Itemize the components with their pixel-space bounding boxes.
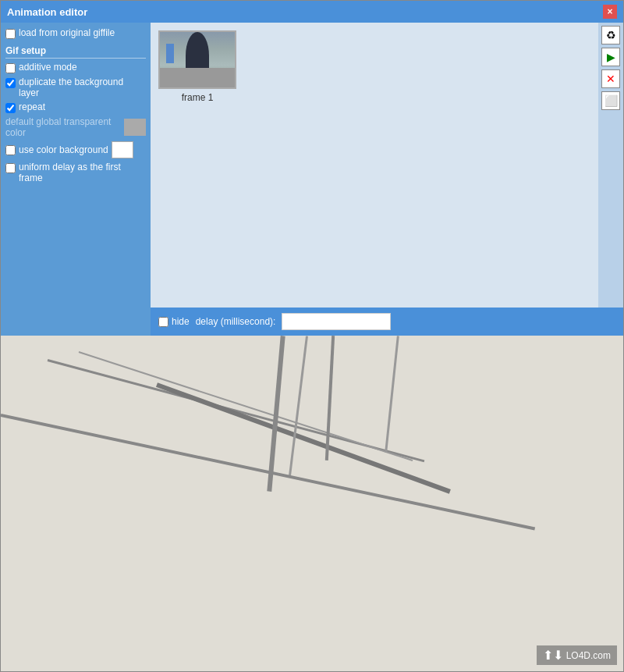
load-from-row: load from original giffile	[5, 27, 146, 39]
transparent-color-label: default global transparent color	[5, 116, 119, 138]
preview-area: ⬆⬇ LO4D.com	[1, 336, 623, 671]
animation-editor-window: Animation editor × load from original gi…	[0, 0, 624, 672]
hide-label: hide	[172, 316, 190, 327]
close-button[interactable]: ×	[603, 5, 617, 19]
duplicate-bg-label: duplicate the background layer	[19, 76, 146, 98]
frame-thumbnail[interactable]	[158, 30, 236, 89]
uniform-delay-label: uniform delay as the first frame	[19, 162, 146, 183]
repeat-checkbox[interactable]	[5, 103, 16, 113]
duplicate-bg-checkbox[interactable]	[5, 78, 16, 88]
center-area: frame 1 ♻ ▶ ✕ ⬜ hide delay (millisecond)…	[151, 23, 623, 336]
use-color-bg-label: use color background	[19, 144, 108, 155]
repeat-label: repeat	[19, 101, 45, 112]
transparent-color-row: default global transparent color	[5, 116, 146, 138]
duplicate-bg-row: duplicate the background layer	[5, 76, 146, 98]
load-from-label: load from original giffile	[19, 27, 115, 38]
frames-area: frame 1	[151, 23, 598, 308]
uniform-delay-row: uniform delay as the first frame	[5, 162, 146, 183]
play-button[interactable]: ▶	[601, 48, 620, 66]
color-bg-swatch[interactable]	[112, 141, 133, 158]
frame-item: frame 1	[158, 30, 236, 103]
additive-mode-checkbox[interactable]	[5, 63, 16, 73]
main-area: load from original giffile Gif setup add…	[1, 23, 623, 336]
frame-label: frame 1	[182, 92, 214, 103]
title-bar: Animation editor ×	[1, 1, 623, 23]
uniform-delay-checkbox[interactable]	[5, 163, 16, 173]
additive-mode-row: additive mode	[5, 62, 146, 73]
hide-row: hide	[158, 316, 190, 327]
delete-button[interactable]: ✕	[601, 69, 620, 88]
delay-label: delay (millisecond):	[196, 316, 276, 327]
bottom-bar: hide delay (millisecond):	[151, 308, 623, 336]
refresh-button[interactable]: ♻	[601, 26, 620, 44]
frame-button[interactable]: ⬜	[601, 91, 620, 110]
use-color-bg-checkbox[interactable]	[5, 145, 16, 155]
transparent-color-swatch[interactable]	[124, 119, 146, 136]
right-toolbar: ♻ ▶ ✕ ⬜	[598, 23, 623, 308]
watermark: ⬆⬇ LO4D.com	[537, 645, 617, 665]
left-panel: load from original giffile Gif setup add…	[1, 23, 151, 336]
gif-setup-section: Gif setup	[5, 45, 146, 59]
hide-checkbox[interactable]	[158, 317, 168, 327]
delay-input[interactable]	[282, 313, 391, 330]
top-section: frame 1 ♻ ▶ ✕ ⬜	[151, 23, 623, 308]
preview-background	[1, 336, 623, 671]
load-from-checkbox[interactable]	[5, 29, 16, 39]
use-color-bg-row: use color background	[5, 141, 146, 158]
watermark-text: LO4D.com	[566, 650, 611, 661]
repeat-row: repeat	[5, 101, 146, 113]
additive-mode-label: additive mode	[19, 62, 77, 73]
window-title: Animation editor	[7, 6, 87, 18]
